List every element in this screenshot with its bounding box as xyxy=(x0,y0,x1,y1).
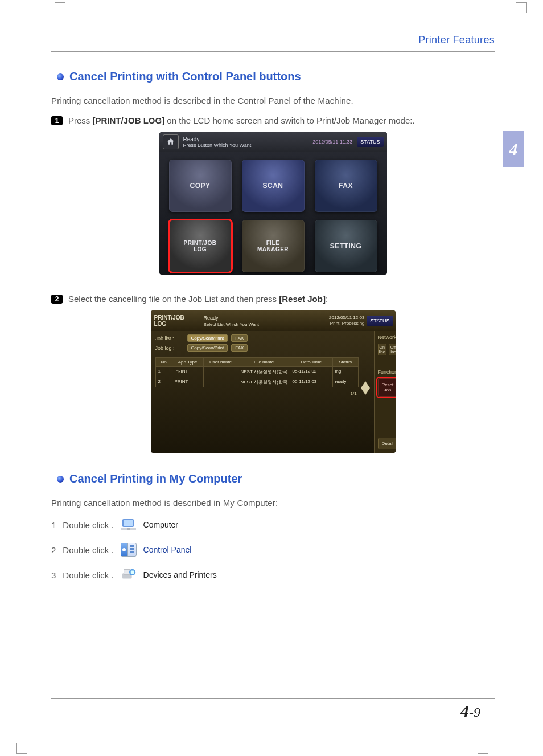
section-title: Cancel Printing in My Computer xyxy=(69,472,242,485)
reset-job-button[interactable]: Reset Job xyxy=(378,378,396,397)
lcd-timestamp: 2012/05/11 12:03 xyxy=(329,315,364,321)
step-text: Press [PRINT/JOB LOG] on the LCD home sc… xyxy=(68,116,415,125)
step-row: 2 Double click . Control Panel xyxy=(51,543,495,557)
step-text: Select the cancelling file on the Job Li… xyxy=(68,294,328,304)
chapter-tab: 4 xyxy=(503,131,524,167)
crop-mark xyxy=(55,2,65,13)
lcd-joblog-screen: PRINT/JOB LOG Ready Select List Which Yo… xyxy=(151,310,396,453)
job-list-filter: Job list : Copy/Scan/Print FAX xyxy=(155,334,372,342)
page: Printer Features 4 Cancel Printing with … xyxy=(0,0,543,756)
lcd-topbar: Ready Press Button Which You Want 2012/0… xyxy=(159,132,387,152)
filter-copy-scan-print[interactable]: Copy/Scan/Print xyxy=(187,334,228,342)
network-label: Network xyxy=(378,334,396,340)
step-row: 1 Double click . Computer xyxy=(51,518,495,532)
step-row: 2 Select the cancelling file on the Job … xyxy=(51,294,495,304)
svg-rect-7 xyxy=(130,571,134,574)
scroll-down-icon[interactable] xyxy=(361,388,370,395)
control-panel-label: Control Panel xyxy=(143,545,192,554)
devices-printers-icon xyxy=(121,568,137,582)
function-label: Function xyxy=(378,369,396,375)
svg-rect-1 xyxy=(124,520,133,526)
section-intro: Printing cancellation method is describe… xyxy=(51,96,495,105)
status-button[interactable]: STATUS xyxy=(367,316,393,326)
screenshot-joblog: PRINT/JOB LOG Ready Select List Which Yo… xyxy=(51,310,495,453)
tile-copy[interactable]: COPY xyxy=(169,160,232,212)
computer-label: Computer xyxy=(143,520,178,529)
devices-printers-label: Devices and Printers xyxy=(143,570,217,579)
page-number: 4-9 xyxy=(460,701,480,721)
home-icon[interactable] xyxy=(163,134,179,149)
lcd-home-screen: Ready Press Button Which You Want 2012/0… xyxy=(159,132,387,275)
lcd-tile-grid: COPY SCAN FAX PRINT/JOBLOG FILEMANAGER S… xyxy=(159,152,387,275)
table-header: No App Type User name File name Date/Tim… xyxy=(156,358,359,366)
scroll-column xyxy=(359,354,372,405)
step-row: 3 Double click . Devices and Printers xyxy=(51,568,495,582)
step-number: 1 xyxy=(51,116,63,125)
step-number: 2 xyxy=(51,295,63,304)
crop-mark xyxy=(478,743,488,754)
job-table: No App Type User name File name Date/Tim… xyxy=(155,357,359,387)
pagination: 1/1 xyxy=(155,387,359,396)
control-panel-icon xyxy=(121,543,137,557)
filter-fax[interactable]: FAX xyxy=(231,344,248,352)
joblog-main: Job list : Copy/Scan/Print FAX Job log :… xyxy=(151,331,374,453)
lcd-status-text: Ready Select List Which You Want xyxy=(199,310,325,331)
tile-fax[interactable]: FAX xyxy=(315,160,377,212)
bullet-icon xyxy=(57,73,64,80)
scroll-up-icon[interactable] xyxy=(361,381,370,388)
table-row[interactable]: 2 PRINT NEST 사용설명서(한국 05-11/12:03 ready xyxy=(156,377,359,387)
section-title: Cancel Printing with Control Panel butto… xyxy=(69,70,301,83)
detail-button[interactable]: Detail xyxy=(378,438,396,449)
screen-title: PRINT/JOB LOG xyxy=(151,310,199,331)
step-text: Double click . xyxy=(63,545,113,555)
screenshot-home: Ready Press Button Which You Want 2012/0… xyxy=(51,132,495,275)
section-heading: Cancel Printing in My Computer xyxy=(57,472,495,485)
step-number: 1 xyxy=(51,520,56,530)
footer-rule xyxy=(51,698,495,699)
crop-mark xyxy=(16,743,27,754)
lcd-status-text: Ready Press Button Which You Want xyxy=(183,136,308,148)
step-text: Double click . xyxy=(63,570,113,580)
status-button[interactable]: STATUS xyxy=(357,137,383,147)
tile-setting[interactable]: SETTING xyxy=(315,220,377,272)
lcd-timestamp: 2012/05/11 11:33 xyxy=(312,139,352,145)
step-row: 1 Press [PRINT/JOB LOG] on the LCD home … xyxy=(51,116,495,125)
step-text: Double click . xyxy=(63,520,113,530)
step-number: 2 xyxy=(51,545,56,555)
crop-mark xyxy=(516,2,527,13)
tile-file-manager[interactable]: FILEMANAGER xyxy=(242,220,305,272)
lcd-topbar: PRINT/JOB LOG Ready Select List Which Yo… xyxy=(151,310,396,331)
filter-copy-scan-print[interactable]: Copy/Scan/Print xyxy=(187,344,228,352)
offline-button[interactable]: Off line xyxy=(389,344,396,355)
online-button[interactable]: On line xyxy=(378,344,386,355)
header-rule xyxy=(51,51,495,52)
tile-print-job-log[interactable]: PRINT/JOBLOG xyxy=(169,220,232,272)
section-heading: Cancel Printing with Control Panel butto… xyxy=(57,70,495,83)
table-row[interactable]: 1 PRINT NEST 사용설명서(한국 05-11/12:02 ing xyxy=(156,366,359,377)
joblog-sidebar: Network On line Off line Function Reset … xyxy=(374,331,396,453)
page-header-title: Printer Features xyxy=(51,34,495,46)
step-number: 3 xyxy=(51,570,56,580)
computer-icon xyxy=(121,518,137,532)
lcd-processing: Print: Processing xyxy=(329,321,364,326)
filter-fax[interactable]: FAX xyxy=(231,334,248,342)
tile-scan[interactable]: SCAN xyxy=(242,160,305,212)
svg-rect-3 xyxy=(127,528,130,530)
section-intro: Printing cancellation method is describe… xyxy=(51,498,495,508)
job-log-filter: Job log : Copy/Scan/Print FAX xyxy=(155,344,372,352)
bullet-icon xyxy=(57,476,64,483)
